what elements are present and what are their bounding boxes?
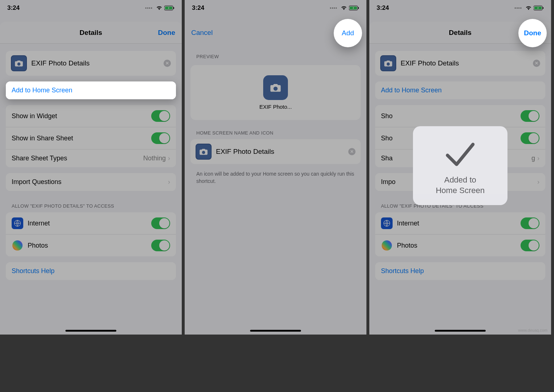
done-button[interactable]: Done	[158, 29, 176, 37]
internet-label: Internet	[28, 220, 50, 227]
wifi-icon	[525, 5, 532, 11]
status-time: 3:24	[377, 4, 389, 12]
add-home-group: Add to Home Screen	[375, 81, 545, 99]
photos-toggle[interactable]	[521, 240, 539, 251]
add-home-sheet: Cancel PREVIEW EXIF Photo... HOME SCREEN…	[185, 22, 366, 335]
battery-icon	[534, 5, 544, 11]
clear-name-button[interactable]: ✕	[533, 60, 540, 67]
import-group: Import Questions ›	[6, 173, 176, 191]
internet-label: Internet	[397, 220, 419, 227]
caption-text: An icon will be added to your Home scree…	[185, 170, 366, 185]
show-in-share-sheet-label: Sho	[381, 135, 393, 142]
nav-header: Details Done	[0, 22, 182, 44]
chevron-right-icon: ›	[537, 178, 539, 186]
photos-access-row: Photos	[6, 235, 176, 256]
chevron-right-icon: ›	[168, 155, 170, 162]
import-questions-label: Impo	[381, 178, 396, 186]
internet-toggle[interactable]	[521, 217, 539, 229]
show-in-widget-toggle[interactable]	[521, 110, 539, 122]
battery-icon	[164, 5, 174, 11]
share-sheet-types-row[interactable]: Share Sheet Types Nothing ›	[6, 149, 176, 167]
status-bar: 3:24 ••••	[185, 0, 366, 16]
share-sheet-types-label: Sha	[381, 155, 393, 162]
show-in-widget-toggle[interactable]	[151, 110, 170, 122]
internet-toggle[interactable]	[151, 217, 170, 229]
shortcut-icon[interactable]	[196, 144, 212, 160]
shortcuts-help-button[interactable]: Shortcuts Help	[375, 262, 545, 280]
confirmation-text: Added to Home Screen	[436, 175, 485, 196]
show-in-widget-label: Sho	[381, 112, 393, 120]
show-in-widget-label: Show in Widget	[12, 112, 57, 120]
add-home-group: Add to Home Screen	[6, 81, 176, 99]
globe-icon	[12, 217, 23, 229]
shortcut-name-input[interactable]: EXIF Photo Details	[401, 59, 529, 67]
phone-screen-1: 3:24 •••• Details Done EXIF Photo Detail…	[0, 0, 185, 335]
home-screen-name-input[interactable]: EXIF Photo Details	[216, 148, 344, 156]
svg-rect-2	[173, 7, 174, 9]
done-button-label: Done	[524, 29, 541, 37]
shortcut-name-input[interactable]: EXIF Photo Details	[31, 59, 159, 67]
clear-name-button[interactable]: ✕	[348, 148, 356, 155]
camera-icon	[199, 147, 208, 156]
show-in-share-sheet-toggle[interactable]	[151, 132, 170, 144]
camera-icon	[269, 81, 282, 94]
display-options-group: Show in Widget Show in Share Sheet Share…	[6, 105, 176, 167]
chevron-right-icon: ›	[537, 155, 539, 162]
status-icons: ••••	[330, 5, 359, 11]
globe-icon	[381, 217, 393, 229]
access-group: Internet Photos	[375, 212, 545, 256]
wifi-icon	[156, 5, 162, 11]
import-questions-row[interactable]: Import Questions ›	[6, 173, 176, 191]
battery-icon	[349, 5, 359, 11]
import-questions-label: Import Questions	[12, 178, 61, 186]
access-group: Internet Photos	[6, 212, 176, 256]
shortcut-name-row[interactable]: EXIF Photo Details ✕	[375, 51, 545, 76]
help-group: Shortcuts Help	[375, 262, 545, 280]
photos-icon	[382, 240, 392, 251]
preview-label: EXIF Photo...	[259, 104, 292, 110]
shortcuts-help-button[interactable]: Shortcuts Help	[6, 262, 176, 280]
share-sheet-types-value: g	[531, 155, 535, 162]
phone-screen-2: 3:24 •••• Cancel PREVIEW EXIF Photo... H…	[185, 0, 369, 335]
add-to-home-screen-button[interactable]: Add to Home Screen	[375, 81, 545, 99]
shortcut-icon	[380, 55, 396, 71]
show-in-widget-row: Show in Widget	[6, 105, 176, 127]
shortcut-name-row[interactable]: EXIF Photo Details ✕	[6, 51, 176, 76]
show-in-share-sheet-toggle[interactable]	[521, 132, 539, 144]
preview-app-icon	[263, 75, 288, 100]
home-indicator[interactable]	[65, 330, 116, 332]
svg-rect-9	[543, 7, 543, 9]
internet-access-row: Internet	[375, 212, 545, 235]
preview-box: EXIF Photo...	[190, 65, 361, 120]
name-icon-header: HOME SCREEN NAME AND ICON	[185, 124, 366, 138]
status-time: 3:24	[192, 4, 204, 12]
clear-name-button[interactable]: ✕	[164, 60, 171, 67]
photos-access-row: Photos	[375, 235, 545, 256]
internet-access-row: Internet	[6, 212, 176, 235]
svg-rect-6	[358, 7, 359, 9]
details-sheet: Details Done EXIF Photo Details ✕ Add to…	[0, 22, 182, 335]
status-time: 3:24	[7, 4, 20, 12]
home-indicator[interactable]	[435, 330, 486, 332]
add-button-label: Add	[342, 29, 354, 37]
add-to-home-screen-button[interactable]: Add to Home Screen	[6, 81, 176, 99]
nav-title: Details	[449, 29, 471, 37]
done-button[interactable]: Done	[518, 19, 547, 47]
allow-access-header: ALLOW "EXIF PHOTO DETAILS" TO ACCESS	[0, 197, 182, 211]
checkmark-icon	[442, 137, 478, 170]
phone-screen-3: 3:24 •••• Details EXIF Photo Details ✕ A…	[369, 0, 554, 335]
photos-toggle[interactable]	[151, 240, 170, 251]
camera-icon	[384, 59, 393, 68]
home-indicator[interactable]	[250, 330, 301, 332]
nav-title: Details	[80, 29, 102, 37]
photos-label: Photos	[28, 242, 48, 249]
name-icon-row[interactable]: EXIF Photo Details ✕	[190, 139, 361, 164]
watermark: www.deuaq.com	[518, 328, 547, 332]
help-group: Shortcuts Help	[6, 262, 176, 280]
show-in-share-sheet-row: Show in Share Sheet	[6, 127, 176, 149]
cancel-button[interactable]: Cancel	[191, 29, 213, 37]
chevron-right-icon: ›	[168, 178, 170, 186]
camera-icon	[14, 59, 24, 68]
add-button[interactable]: Add	[334, 19, 362, 47]
shortcut-icon	[11, 55, 27, 71]
